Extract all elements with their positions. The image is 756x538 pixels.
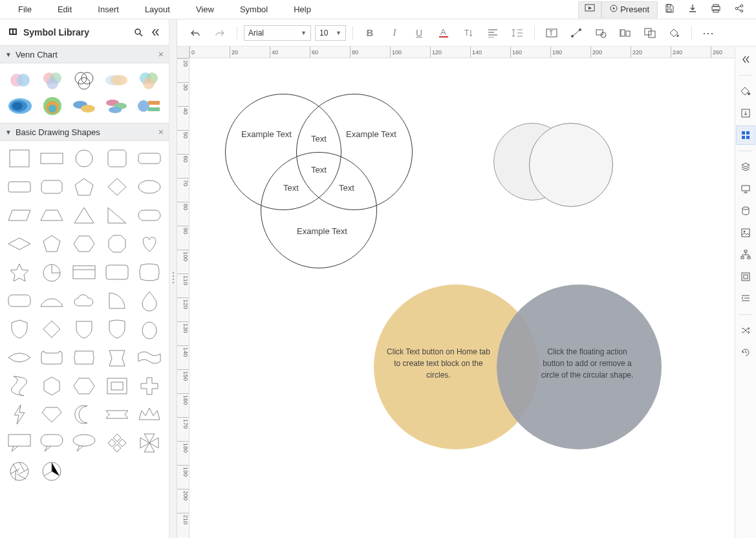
shuffle-tool-button[interactable]	[737, 321, 755, 339]
text-box-button[interactable]: T	[541, 24, 562, 42]
shape-shield3[interactable]	[103, 317, 131, 341]
save-button[interactable]	[658, 1, 681, 18]
shape-wave-flag[interactable]	[135, 345, 164, 370]
close-section-button[interactable]: ×	[158, 49, 164, 59]
shape-rounded-card[interactable]	[103, 260, 131, 285]
shape-pentagon[interactable]	[70, 175, 98, 199]
shape-rounded-rect[interactable]	[135, 146, 164, 171]
venn-label-ab[interactable]: Text	[299, 134, 338, 144]
redo-button[interactable]	[210, 24, 230, 42]
align-left-button[interactable]	[482, 24, 503, 42]
shape-hexagon[interactable]	[70, 231, 98, 256]
venn-shape-2circle-pink-blue[interactable]	[5, 69, 35, 92]
menu-edit[interactable]: Edit	[45, 2, 85, 17]
venn-shape-3circle-outline[interactable]	[70, 69, 100, 92]
shape-bracket[interactable]	[70, 345, 98, 370]
close-section-button[interactable]: ×	[158, 127, 164, 137]
shape-shield2[interactable]	[70, 317, 98, 341]
venn-shape-ovals-stack[interactable]	[70, 94, 100, 118]
venn-gray-circle-right[interactable]	[529, 123, 613, 207]
venn-label-abc[interactable]: Text	[299, 165, 338, 175]
shape-parallelogram[interactable]	[5, 203, 34, 228]
shape-octagon[interactable]	[103, 231, 131, 256]
venn-shape-3circle-pastel[interactable]	[38, 69, 67, 92]
undo-button[interactable]	[185, 24, 206, 42]
venn-2circle-colored[interactable]: Click Text button on Home tab to create …	[374, 285, 658, 453]
venn-shape-nested-blue[interactable]	[5, 94, 35, 118]
menu-layout[interactable]: Layout	[132, 2, 183, 17]
shape-diamond[interactable]	[103, 175, 131, 199]
align-objects-button[interactable]	[615, 24, 636, 42]
shape-egg[interactable]	[135, 317, 164, 341]
accordion-venn-chart[interactable]: ▼ Venn Chart ×	[0, 45, 169, 63]
venn-label-bc[interactable]: Text	[327, 183, 366, 193]
shape-pinwheel[interactable]	[135, 431, 164, 455]
shape-pie[interactable]	[38, 459, 66, 484]
database-tool-button[interactable]	[737, 202, 755, 220]
shape-ellipse[interactable]	[135, 175, 164, 199]
shape-rhombus[interactable]	[5, 231, 34, 256]
venn-color-text-right[interactable]: Click the floating action button to add …	[535, 346, 639, 381]
venn-color-text-left[interactable]: Click Text button on Home tab to create …	[387, 346, 490, 381]
font-size-select[interactable]: 10▼	[315, 25, 346, 41]
image-tool-button[interactable]	[737, 224, 755, 242]
shape-circle[interactable]	[70, 146, 98, 171]
present-button[interactable]: Present	[601, 1, 658, 18]
shape-triangle[interactable]	[70, 203, 98, 228]
shape-quarter[interactable]	[103, 288, 131, 313]
shape-lightning[interactable]	[5, 402, 34, 427]
shape-diamond2[interactable]	[38, 317, 66, 341]
panel-resize-handle[interactable]	[169, 19, 177, 538]
shape-cloud[interactable]	[70, 288, 98, 313]
shape-frame[interactable]	[103, 374, 131, 398]
frame-tool-button[interactable]	[737, 268, 755, 286]
shape-wave[interactable]	[5, 374, 34, 398]
shape-aperture[interactable]	[5, 459, 34, 484]
underline-button[interactable]: U	[409, 24, 429, 42]
shape-rounded-square[interactable]	[103, 146, 131, 171]
menu-symbol[interactable]: Symbol	[227, 2, 281, 17]
download-button[interactable]	[681, 1, 704, 18]
shape-gem[interactable]	[38, 402, 66, 427]
shape-crown[interactable]	[135, 402, 164, 427]
sitemap-tool-button[interactable]	[737, 246, 755, 264]
venn-label-c[interactable]: Example Text	[293, 226, 351, 236]
font-family-select[interactable]: Arial▼	[244, 25, 311, 41]
venn-label-ac[interactable]: Text	[272, 183, 310, 193]
venn-shape-box-circle[interactable]	[134, 94, 164, 118]
shape-plaque[interactable]	[38, 345, 66, 370]
shape-4diamond[interactable]	[103, 431, 131, 455]
shape-hexagon2[interactable]	[70, 374, 98, 398]
shape-snip-rect[interactable]	[38, 175, 66, 199]
shape-chord[interactable]	[38, 288, 66, 313]
paragraph-tool-button[interactable]	[737, 290, 755, 308]
collapse-right-panel-button[interactable]	[737, 50, 755, 69]
grid-tool-button[interactable]	[737, 126, 755, 144]
venn-shape-onion-green[interactable]	[38, 94, 67, 118]
shape-lens[interactable]	[5, 345, 34, 370]
shape-drop[interactable]	[135, 288, 164, 313]
shape-speech-oval[interactable]	[70, 431, 98, 455]
shape-trapezoid[interactable]	[38, 203, 66, 228]
text-orientation-button[interactable]: T	[458, 24, 479, 42]
slideshow-button[interactable]	[578, 1, 601, 18]
shape-ribbon[interactable]	[103, 402, 131, 427]
print-button[interactable]	[704, 1, 728, 18]
connector-button[interactable]	[566, 24, 587, 42]
layers-tool-button[interactable]	[737, 158, 755, 176]
menu-file[interactable]: File	[5, 2, 45, 17]
shape-capsule[interactable]	[135, 203, 164, 228]
accordion-basic-shapes[interactable]: ▼ Basic Drawing Shapes ×	[0, 123, 169, 141]
group-button[interactable]	[640, 24, 660, 42]
fill-button[interactable]	[664, 24, 685, 42]
font-color-button[interactable]: A	[433, 24, 454, 42]
collapse-left-panel-button[interactable]	[149, 27, 161, 38]
venn-label-b[interactable]: Example Text	[345, 129, 397, 139]
venn-shape-ellipse-pair[interactable]	[102, 69, 131, 92]
line-spacing-button[interactable]	[507, 24, 528, 42]
shape-hex-badge[interactable]	[38, 374, 66, 398]
shape-plus[interactable]	[135, 374, 164, 398]
shape-insert-button[interactable]	[590, 24, 611, 42]
venn-shape-3circle-cyan[interactable]	[134, 69, 164, 92]
shape-rounded-rect3[interactable]	[5, 288, 34, 313]
